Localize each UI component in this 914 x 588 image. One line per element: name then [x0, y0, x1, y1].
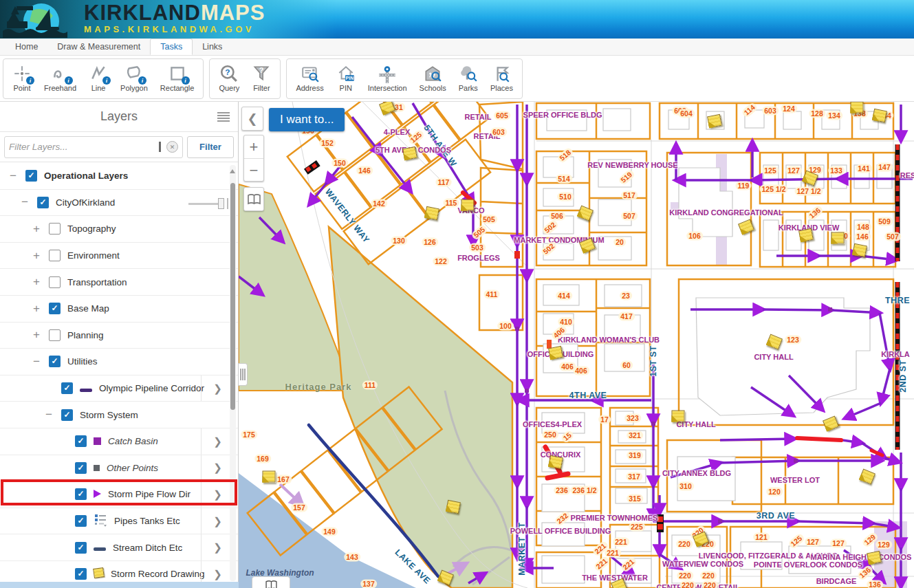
layer-label[interactable]: Pipes Tanks Etc	[114, 516, 180, 526]
clear-filter-icon[interactable]: ✕	[166, 141, 178, 153]
zoom-out-button[interactable]: −	[244, 159, 263, 182]
i-want-to-button[interactable]: I want to...	[269, 108, 345, 131]
transparency-slider[interactable]	[188, 198, 228, 209]
layer-checkbox[interactable]: ✓	[75, 542, 87, 554]
schools-tool-button[interactable]: Schools	[413, 61, 453, 97]
filter-button[interactable]: Filter	[187, 136, 234, 158]
polygon-icon: i	[124, 64, 144, 83]
layer-checkbox[interactable]: ✓	[61, 382, 73, 394]
layer-label[interactable]: Storm Pipe Flow Dir	[108, 489, 191, 499]
line-tool-button[interactable]: iLine	[83, 61, 114, 97]
layer-checkbox[interactable]: ✓	[61, 409, 73, 421]
layer-label[interactable]: Other Points	[107, 463, 158, 473]
tool-label: Address	[296, 84, 323, 92]
layer-checkbox[interactable]: ✓	[49, 303, 61, 314]
rectangle-icon: i	[168, 64, 187, 83]
layer-options-chevron[interactable]: ❯	[201, 481, 234, 508]
freehand-tool-button[interactable]: iFreehand	[38, 61, 83, 97]
layer-checkbox[interactable]	[49, 329, 61, 341]
layer-checkbox[interactable]	[49, 223, 61, 235]
filter-tool-button[interactable]: ?Filter	[246, 61, 277, 97]
layer-checkbox[interactable]	[49, 250, 61, 261]
layer-checkbox[interactable]: ✓	[75, 568, 87, 580]
tree-scrollbar[interactable]	[230, 165, 236, 581]
minus-expander-icon[interactable]: −	[7, 169, 19, 183]
panel-resize-handle[interactable]	[239, 363, 248, 386]
layer-filter-input[interactable]	[9, 142, 153, 152]
places-icon	[492, 64, 511, 83]
layer-checkbox[interactable]: ✓	[75, 488, 87, 500]
panel-menu-icon[interactable]	[217, 112, 230, 122]
query-tool-button[interactable]: ?Query	[213, 61, 246, 97]
toolbar-group: iPointiFreehandiLineiPolygoniRectangle	[3, 58, 204, 99]
info-icon[interactable]: i	[65, 76, 73, 85]
collapse-panel-button[interactable]: ❮	[241, 107, 263, 131]
places-tool-button[interactable]: Places	[484, 61, 519, 97]
bookmarks-button[interactable]	[243, 187, 264, 211]
plus-expander-icon[interactable]: +	[30, 328, 43, 342]
layer-label[interactable]: Storm System	[80, 410, 138, 420]
pipeline-line-swatch	[80, 382, 92, 395]
layers-panel-title: Layers	[100, 109, 138, 124]
plus-expander-icon[interactable]: +	[30, 249, 43, 263]
nav-tab-links[interactable]: Links	[193, 39, 232, 55]
layer-options-chevron[interactable]: ❯	[201, 534, 234, 560]
layer-label[interactable]: Environment	[67, 250, 120, 261]
plus-expander-icon[interactable]: +	[30, 222, 43, 236]
info-icon[interactable]: i	[182, 76, 190, 85]
layer-label[interactable]: Olympic Pipeline Corridor	[99, 383, 204, 393]
nav-tab-home[interactable]: Home	[6, 39, 47, 55]
layers-panel: Layers ✕ Filter −✓Operational Layers−✓Ci…	[0, 102, 239, 588]
layer-row-pipes-tanks-etc: ✓Pipes Tanks Etc❯	[0, 508, 238, 535]
rectangle-tool-button[interactable]: iRectangle	[154, 61, 201, 97]
point-tool-button[interactable]: iPoint	[6, 61, 38, 97]
minus-expander-icon[interactable]: −	[30, 355, 43, 369]
plus-expander-icon[interactable]: +	[30, 302, 43, 316]
layer-options-chevron[interactable]: ❯	[201, 455, 234, 481]
info-icon[interactable]: i	[102, 76, 111, 85]
map-canvas[interactable]: 5TH AVE WWAVERLY WAYLAKE AVEMARKET ST1ST…	[239, 102, 914, 588]
layer-checkbox[interactable]	[49, 276, 61, 288]
zoom-in-button[interactable]: +	[244, 135, 263, 159]
layer-label[interactable]: Planning	[67, 330, 104, 340]
layer-options-chevron[interactable]: ❯	[201, 428, 234, 455]
layer-label[interactable]: Stream Ditch Etc	[113, 543, 182, 553]
polygon-tool-button[interactable]: iPolygon	[114, 61, 154, 97]
plus-expander-icon[interactable]: +	[30, 275, 43, 289]
layer-label[interactable]: Catch Basin	[108, 436, 158, 446]
layer-checkbox[interactable]: ✓	[37, 197, 49, 208]
layer-row-base-map: +✓Base Map	[0, 296, 238, 323]
zoom-controls: + −	[243, 135, 264, 182]
nav-tab-draw-measurement[interactable]: Draw & Measurement	[47, 39, 150, 55]
layer-label[interactable]: CityOfKirkland	[56, 197, 115, 208]
layer-label[interactable]: Storm Record Drawing	[111, 569, 205, 579]
app-title-secondary: MAPS	[201, 1, 265, 25]
layer-options-chevron[interactable]: ❯	[201, 561, 234, 582]
layer-checkbox[interactable]: ✓	[75, 435, 87, 447]
intersection-tool-button[interactable]: Intersection	[362, 61, 413, 97]
tool-label: Intersection	[368, 84, 407, 92]
layer-row-transportation: +Transportation	[0, 269, 238, 296]
minus-expander-icon[interactable]: −	[19, 195, 31, 209]
layer-label[interactable]: Base Map	[67, 303, 109, 314]
catch-basin-square-swatch	[94, 435, 101, 448]
pin-tool-button[interactable]: PINPIN	[330, 61, 362, 97]
parks-tool-button[interactable]: Parks	[453, 61, 484, 97]
nav-tab-tasks[interactable]: Tasks	[150, 39, 193, 55]
layer-options-chevron[interactable]: ❯	[201, 508, 234, 534]
minus-expander-icon[interactable]: −	[43, 408, 55, 422]
layer-label[interactable]: Transportation	[67, 277, 127, 287]
partial-bottom-button[interactable]	[252, 576, 290, 588]
layer-label[interactable]: Topography	[67, 224, 116, 234]
info-icon[interactable]: i	[26, 76, 34, 85]
layer-options-chevron[interactable]: ❯	[201, 375, 234, 402]
layer-checkbox[interactable]: ✓	[75, 515, 87, 527]
address-tool-button[interactable]: Address	[290, 61, 329, 97]
layer-label[interactable]: Operational Layers	[44, 171, 128, 181]
layer-checkbox[interactable]: ✓	[75, 462, 87, 474]
layer-checkbox[interactable]: ✓	[25, 170, 37, 182]
info-icon[interactable]: i	[138, 76, 146, 85]
layer-checkbox[interactable]: ✓	[49, 356, 61, 367]
layer-label[interactable]: Utilities	[67, 356, 98, 367]
tool-label: PIN	[340, 84, 352, 92]
